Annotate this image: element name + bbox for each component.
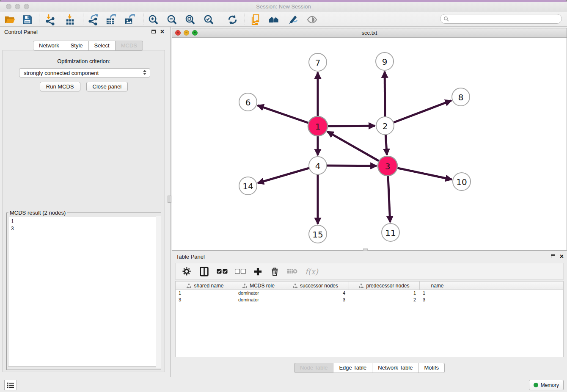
open-session-icon[interactable] [3,13,16,26]
search-input[interactable] [451,15,561,22]
import-network-icon[interactable] [44,13,56,26]
close-panel-icon[interactable]: × [160,27,164,36]
tab-select[interactable]: Select [89,41,116,51]
control-panel-tabs: Network Style Select MCDS [33,41,143,51]
duplicate-network-icon[interactable] [250,13,262,26]
float-table-panel-icon[interactable] [551,254,555,258]
node-table[interactable]: shared nameMCDS rolesuccessor nodesprede… [175,281,564,357]
show-column-panel-icon[interactable] [199,265,209,277]
mcds-result-groupbox: MCDS result (2 nodes) 1 3 [6,210,161,370]
vertical-splitter-handle[interactable] [168,196,171,203]
column-type-icon [242,284,247,288]
delete-column-trash-icon[interactable] [270,265,280,277]
network-graph-canvas[interactable]: 7968124314101511 [172,38,567,250]
column-header-label: MCDS role [250,283,275,289]
close-table-panel-icon[interactable]: × [560,252,564,261]
tab-network[interactable]: Network [33,41,65,51]
deselect-all-columns-icon[interactable] [235,265,246,277]
column-header-label: predecessor nodes [366,283,409,289]
mcds-tab-content: Optimization criterion: strongly connect… [3,50,165,372]
table-panel-header: Table Panel × [172,251,567,262]
table-cell[interactable]: dominator [235,290,282,297]
result-scrollbar[interactable] [156,216,161,368]
dropdown-value: strongly connected component [24,70,99,76]
table-cell[interactable]: 3 [176,297,235,304]
search-icon [443,16,449,22]
graph-node-label-3: 3 [385,161,391,171]
column-header-shared-name[interactable]: shared name [176,282,235,290]
table-cell[interactable]: 4 [282,290,349,297]
toolbar-separator [222,14,222,25]
mcds-result-textarea[interactable]: 1 3 [8,217,160,367]
tab-edge-table[interactable]: Edge Table [333,363,372,373]
column-header-name[interactable]: name [420,282,455,290]
network-view-window: × − + scc.txt 7968124314101511 [172,28,567,251]
refresh-icon[interactable] [226,13,239,26]
export-network-icon[interactable] [86,13,99,26]
optimization-criterion-label: Optimization criterion: [3,58,165,64]
column-header-successor-nodes[interactable]: successor nodes [282,282,349,290]
table-row[interactable]: 3dominator323 [176,297,563,304]
export-table-icon[interactable] [104,13,117,26]
zoom-in-icon[interactable] [147,13,160,26]
memory-button[interactable]: Memory [529,380,564,390]
create-column-plus-icon[interactable] [253,265,263,277]
column-header-MCDS-role[interactable]: MCDS role [235,282,282,290]
table-cell[interactable]: 1 [176,290,235,297]
column-header-label: shared name [194,283,223,289]
control-panel: Control Panel × Network Style Select MCD… [0,27,168,377]
table-cell[interactable]: 1 [420,290,455,297]
table-cell[interactable]: 3 [420,297,455,304]
table-cell[interactable]: 1 [349,290,420,297]
graph-node-label-1: 1 [315,121,321,132]
status-bar: Memory [0,377,567,392]
table-cell[interactable]: dominator [235,297,282,304]
home-icon[interactable] [267,13,280,26]
horizontal-splitter-handle[interactable] [363,248,368,251]
table-tabs: Node Table Edge Table Network Table Moti… [172,363,567,373]
graph-node-label-6: 6 [245,97,251,108]
column-header-predecessor-nodes[interactable]: predecessor nodes [349,282,420,290]
tab-network-table[interactable]: Network Table [372,363,418,373]
optimization-criterion-dropdown[interactable]: strongly connected component [19,68,150,77]
edge-4-14[interactable] [258,166,318,183]
table-row[interactable]: 1dominator411 [176,290,563,297]
close-panel-button[interactable]: Close panel [86,82,128,91]
control-panel-header: Control Panel × [0,27,168,38]
column-header-label: successor nodes [300,283,338,289]
table-header-row: shared nameMCDS rolesuccessor nodesprede… [176,282,563,290]
graph-node-label-7: 7 [315,58,321,68]
zoom-fit-icon[interactable] [184,13,196,26]
network-window-title: scc.txt [172,30,567,36]
show-hide-eye-icon[interactable] [306,13,318,26]
table-cell[interactable]: 3 [282,297,349,304]
window-title: Session: New Session [0,3,567,10]
edge-3-1[interactable] [328,132,388,166]
table-cell[interactable]: 2 [349,297,420,304]
import-table-icon[interactable] [63,13,76,26]
edge-2-8[interactable] [385,101,451,126]
task-history-button[interactable] [4,380,17,390]
memory-status-icon [534,383,538,387]
graph-node-label-14: 14 [242,181,253,191]
graphics-details-icon[interactable] [286,13,299,26]
zoom-out-icon[interactable] [165,13,178,26]
float-panel-icon[interactable] [151,30,156,33]
tab-mcds[interactable]: MCDS [116,41,143,51]
export-image-icon[interactable] [123,13,135,26]
run-mcds-button[interactable]: Run MCDS [40,82,80,91]
tab-node-table[interactable]: Node Table [294,363,334,373]
search-box[interactable] [440,14,562,24]
save-session-icon[interactable] [21,13,33,26]
zoom-selected-icon[interactable] [202,13,215,26]
toolbar-separator [83,14,83,25]
tab-motifs[interactable]: Motifs [418,363,445,373]
control-panel-title: Control Panel [4,29,38,35]
graph-node-label-15: 15 [312,229,323,240]
table-settings-gear-icon[interactable] [182,265,192,277]
graph-node-label-8: 8 [458,92,464,102]
toolbar-separator [39,14,39,25]
tab-style[interactable]: Style [65,41,89,51]
select-all-columns-icon[interactable] [217,265,228,277]
table-panel-title: Table Panel [176,254,205,260]
